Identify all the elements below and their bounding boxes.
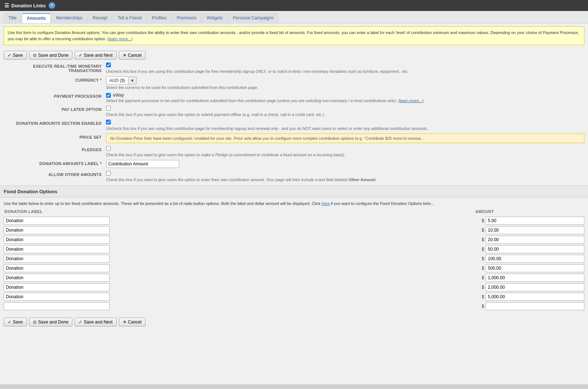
- payment-processor-hint: Select the payment processor to be used …: [106, 98, 584, 103]
- tab-premiums[interactable]: Premiums: [172, 13, 201, 23]
- donation-label-input-4[interactable]: [4, 245, 110, 253]
- form-section: EXECUTE REAL-TIME MONETARY TRANSACTIONS …: [0, 63, 588, 182]
- donation-amounts-enabled-hint: Uncheck this box if you are using this c…: [106, 126, 584, 131]
- table-row: $: [4, 226, 584, 234]
- dollar-sign-4: $: [482, 247, 484, 252]
- payment-processor-row: PAYMENT PROCESSOR eWay Select the paymen…: [4, 93, 584, 103]
- currency-control: AUD ($) ▾ Select the currency to be used…: [106, 76, 584, 90]
- donation-label-input-5[interactable]: [4, 255, 110, 263]
- save-and-next-button[interactable]: ✓ Save and Next: [75, 51, 117, 60]
- pledges-checkbox[interactable]: [106, 146, 111, 151]
- dollar-sign-9: $: [482, 294, 484, 299]
- donation-label-input-7[interactable]: [4, 274, 110, 282]
- tabs-bar: Title Amounts Memberships Receipt Tell a…: [0, 11, 588, 23]
- table-row: $: [4, 283, 584, 291]
- donation-amount-input-9[interactable]: [486, 293, 584, 301]
- pay-later-hint: Check this box if you want to give users…: [106, 112, 584, 117]
- info-text: Use this form to configure Donation Amou…: [8, 30, 579, 41]
- tab-profiles[interactable]: Profiles: [147, 13, 171, 23]
- donation-amounts-enabled-checkbox[interactable]: [106, 120, 111, 124]
- tab-widgets[interactable]: Widgets: [202, 13, 227, 23]
- help-icon[interactable]: ?: [49, 2, 55, 9]
- donation-label-input-2[interactable]: [4, 226, 110, 234]
- donation-amount-input-5[interactable]: [486, 255, 584, 263]
- dollar-sign-10: $: [482, 304, 484, 309]
- dollar-sign-7: $: [482, 275, 484, 280]
- payment-processor-value: eWay: [113, 93, 124, 98]
- currency-select[interactable]: AUD ($) ▾: [106, 76, 137, 85]
- payment-processor-learn-more[interactable]: (learn more...): [398, 98, 423, 103]
- amount-group-8: $: [482, 283, 584, 291]
- table-row: $: [4, 255, 584, 263]
- dollar-sign-8: $: [482, 285, 484, 290]
- bottom-save-button[interactable]: ✓ Save: [4, 318, 27, 326]
- payment-processor-control: eWay Select the payment processor to be …: [106, 93, 584, 103]
- donation-rows: $ $ $ $: [0, 215, 588, 313]
- learn-more-link[interactable]: (learn more...): [108, 37, 133, 41]
- table-row: $: [4, 236, 584, 244]
- donation-amounts-enabled-control: Uncheck this box if you are using this c…: [106, 120, 584, 131]
- donation-amount-input-8[interactable]: [486, 283, 584, 291]
- donation-amount-input-10[interactable]: [486, 302, 584, 310]
- amount-group-9: $: [482, 293, 584, 301]
- donation-label-input-9[interactable]: [4, 293, 110, 301]
- currency-row: CURRENCY * AUD ($) ▾ Select the currency…: [4, 76, 584, 90]
- donation-amount-input-7[interactable]: [486, 274, 584, 282]
- payment-processor-checkbox[interactable]: [106, 93, 111, 98]
- amount-group-3: $: [482, 236, 584, 244]
- main-content: Title Amounts Memberships Receipt Tell a…: [0, 11, 588, 384]
- donation-label-input-6[interactable]: [4, 264, 110, 272]
- bottom-save-and-done-button[interactable]: ⊙ Save and Done: [29, 318, 72, 326]
- fixed-donation-title: Fixed Donation Options: [4, 189, 584, 194]
- pay-later-label: PAY LATER OPTION: [4, 106, 106, 112]
- bottom-save-and-next-button[interactable]: ✓ Save and Next: [75, 318, 117, 326]
- page-title: Donation Links: [11, 3, 46, 8]
- x-icon: ✕: [123, 53, 127, 58]
- execute-realtime-checkbox[interactable]: [106, 63, 111, 67]
- top-bar-title: ☰ Donation Links: [4, 3, 46, 8]
- tab-amounts[interactable]: Amounts: [22, 13, 50, 23]
- donation-amounts-label-row: DONATION AMOUNTS LABEL *: [4, 160, 584, 168]
- donation-amount-input-3[interactable]: [486, 236, 584, 244]
- allow-other-amounts-checkbox[interactable]: [106, 171, 111, 176]
- fixed-donation-section-header: Fixed Donation Options: [0, 186, 588, 198]
- amount-group-6: $: [482, 264, 584, 272]
- tab-title[interactable]: Title: [4, 13, 21, 23]
- save-button[interactable]: ✓ Save: [4, 51, 27, 60]
- pledges-label: PLEDGES: [4, 146, 106, 152]
- donation-amounts-label-field-label: DONATION AMOUNTS LABEL *: [4, 160, 106, 166]
- donation-label-input-3[interactable]: [4, 236, 110, 244]
- fixed-options-here-link[interactable]: here: [321, 201, 329, 206]
- table-row: $: [4, 274, 584, 282]
- other-amount-bold: Other Amount: [348, 177, 376, 182]
- dollar-sign-6: $: [482, 266, 484, 271]
- bottom-circle-check-icon: ⊙: [33, 319, 37, 325]
- donation-label-input-10[interactable]: [4, 302, 110, 310]
- save-and-done-button[interactable]: ⊙ Save and Done: [29, 51, 72, 60]
- donation-amount-input-6[interactable]: [486, 264, 584, 272]
- dollar-sign-1: $: [482, 218, 484, 223]
- donation-amount-input-2[interactable]: [486, 226, 584, 234]
- amount-group-5: $: [482, 255, 584, 263]
- currency-required: *: [100, 78, 102, 82]
- tab-personal-campaigns[interactable]: Personal Campaigns: [228, 13, 278, 23]
- tab-receipt[interactable]: Receipt: [88, 13, 112, 23]
- currency-hint: Select the currency to be used for contr…: [106, 85, 584, 90]
- bottom-action-bar: ✓ Save ⊙ Save and Done ✓ Save and Next ✕…: [0, 313, 588, 331]
- donation-label-input-1[interactable]: [4, 217, 110, 225]
- pay-later-checkbox[interactable]: [106, 106, 111, 111]
- cancel-button[interactable]: ✕ Cancel: [119, 51, 146, 60]
- currency-dropdown-arrow[interactable]: ▾: [128, 77, 136, 84]
- bottom-cancel-button[interactable]: ✕ Cancel: [119, 318, 146, 326]
- table-row: $: [4, 217, 584, 225]
- donation-amount-input-1[interactable]: [486, 217, 584, 225]
- donation-amounts-label-input[interactable]: [106, 160, 179, 168]
- donation-label-input-8[interactable]: [4, 283, 110, 291]
- table-row: $: [4, 245, 584, 253]
- price-set-control: No Donation Price Sets have been configu…: [106, 134, 584, 143]
- top-action-bar: ✓ Save ⊙ Save and Done ✓ Save and Next ✕…: [0, 48, 588, 63]
- donation-amount-input-4[interactable]: [486, 245, 584, 253]
- pledges-row: PLEDGES Check this box if you want to gi…: [4, 146, 584, 157]
- tab-memberships[interactable]: Memberships: [51, 13, 87, 23]
- tab-tell-a-friend[interactable]: Tell a Friend: [113, 13, 146, 23]
